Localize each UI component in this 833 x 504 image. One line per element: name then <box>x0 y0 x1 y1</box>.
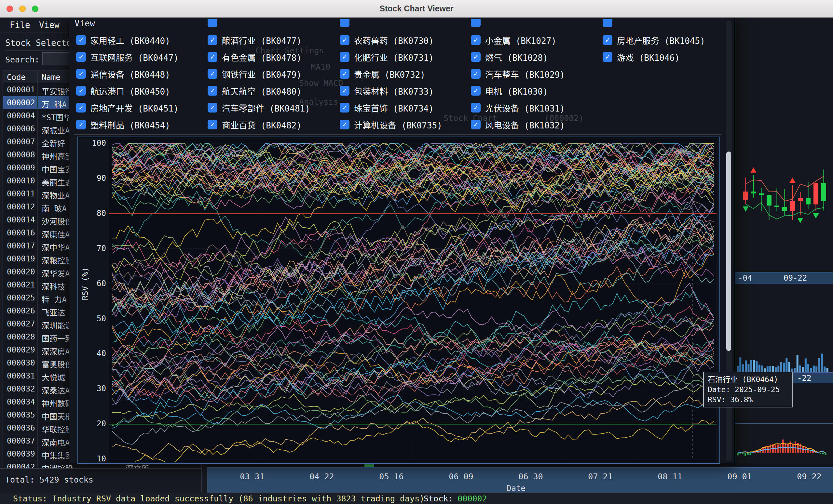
checkbox-checked-icon[interactable]: ✓ <box>76 120 86 129</box>
x-tick-label: 09-22 <box>784 274 807 282</box>
industry-checkbox-item[interactable]: ✓风电设备 (BK1032) <box>471 118 565 131</box>
column-header-name[interactable]: Name <box>42 73 61 82</box>
stock-name: 南 玻A <box>42 202 67 213</box>
checkbox-checked-icon[interactable]: ✓ <box>471 103 481 112</box>
checkbox-checked-icon[interactable]: ✓ <box>76 52 86 62</box>
checkbox-checked-icon[interactable]: ✓ <box>76 69 86 79</box>
stock-name: 深物业A <box>42 189 70 201</box>
volume-chart[interactable] <box>737 346 829 372</box>
industry-checkbox-item[interactable]: ✓家用轻工 (BK0440) <box>76 33 170 47</box>
stock-code: 000031 <box>7 371 35 380</box>
industry-checkbox-item[interactable]: ✓光伏设备 (BK1031) <box>471 101 565 114</box>
industry-checkbox-item[interactable]: ✓计算机设备 (BK0735) <box>340 118 442 131</box>
checkbox-checked-icon[interactable]: ✓ <box>208 52 217 62</box>
column-divider <box>38 408 38 421</box>
stock-name: 美丽生态 <box>42 176 73 187</box>
industry-checkbox-item[interactable]: ✓小金属 (BK1027) <box>471 33 556 47</box>
rsv-chart-container: RSV (%) 100908070605040302010 <box>77 136 720 464</box>
clipped-checkbox-icon[interactable] <box>340 19 350 27</box>
industry-checkbox-item[interactable]: ✓通信设备 (BK0448) <box>76 67 170 80</box>
search-input[interactable] <box>42 52 69 65</box>
column-divider <box>38 278 38 291</box>
stock-name: 神州高铁 <box>42 150 73 161</box>
stock-name: 中国宝安 <box>42 163 73 175</box>
industry-checkbox-item[interactable]: ✓电机 (BK1030) <box>471 84 548 97</box>
stock-code: 000004 <box>7 111 35 120</box>
menu-file[interactable]: File <box>10 20 30 30</box>
stock-name: 深振业A <box>42 124 70 135</box>
checkbox-checked-icon[interactable]: ✓ <box>471 52 481 62</box>
checkbox-checked-icon[interactable]: ✓ <box>208 69 217 79</box>
industry-checkbox-item[interactable]: ✓航运港口 (BK0450) <box>76 84 170 97</box>
stock-code: 000019 <box>7 254 35 263</box>
industry-checkbox-item[interactable]: ✓航天航空 (BK0480) <box>208 84 302 97</box>
column-divider <box>38 395 38 408</box>
industry-checkbox-item[interactable]: ✓塑料制品 (BK0454) <box>76 118 170 131</box>
y-tick-label: 30 <box>87 384 106 393</box>
clipped-checkbox-icon[interactable] <box>603 19 612 27</box>
checkbox-checked-icon[interactable]: ✓ <box>603 52 612 62</box>
industry-label: 航运港口 (BK0450) <box>91 85 170 97</box>
industry-checkbox-item[interactable]: ✓汽车整车 (BK1029) <box>471 67 565 80</box>
chart-tooltip: 石油行业 (BK0464) Date: 2025-09-25 RSV: 36.8… <box>703 372 793 407</box>
industry-checkbox-item[interactable]: ✓商业百货 (BK0482) <box>208 118 302 131</box>
checkbox-checked-icon[interactable]: ✓ <box>603 35 612 45</box>
checkbox-checked-icon[interactable]: ✓ <box>340 120 350 129</box>
industry-checkbox-item[interactable]: ✓房地产服务 (BK1045) <box>603 33 705 47</box>
checkbox-checked-icon[interactable]: ✓ <box>471 35 481 45</box>
search-label: Search: <box>5 55 39 65</box>
clipped-checkbox-icon[interactable] <box>471 19 481 27</box>
checkbox-checked-icon[interactable]: ✓ <box>340 52 350 62</box>
checkbox-checked-icon[interactable]: ✓ <box>340 86 350 96</box>
checkbox-checked-icon[interactable]: ✓ <box>76 35 86 45</box>
column-divider <box>38 434 38 447</box>
stock-name: 飞亚达 <box>42 306 65 318</box>
industry-checkbox-item[interactable]: ✓农药兽药 (BK0730) <box>340 33 434 47</box>
checkbox-checked-icon[interactable]: ✓ <box>208 120 217 129</box>
stock-name: 平安银行 <box>42 85 73 97</box>
industry-checkbox-item[interactable]: ✓房地产开发 (BK0451) <box>76 101 178 114</box>
industry-checkbox-item[interactable]: ✓汽车零部件 (BK0481) <box>208 101 310 114</box>
checkbox-checked-icon[interactable]: ✓ <box>340 35 350 45</box>
y-tick-label: 60 <box>87 279 106 288</box>
industry-checkbox-item[interactable]: ✓钢铁行业 (BK0479) <box>208 67 302 80</box>
tooltip-date: Date: 2025-09-25 <box>708 385 788 395</box>
timeline-scrollbar[interactable] <box>207 463 833 467</box>
tooltip-industry: 石油行业 (BK0464) <box>708 375 788 385</box>
checkbox-checked-icon[interactable]: ✓ <box>471 120 481 129</box>
column-header-code[interactable]: Code <box>7 73 26 82</box>
checkbox-checked-icon[interactable]: ✓ <box>340 69 350 79</box>
industry-checkbox-item[interactable]: ✓游戏 (BK1046) <box>603 50 680 64</box>
checkbox-checked-icon[interactable]: ✓ <box>208 86 217 96</box>
industry-checkbox-item[interactable]: ✓互联网服务 (BK0447) <box>76 50 178 64</box>
checkbox-checked-icon[interactable]: ✓ <box>471 86 481 96</box>
industry-checkbox-item[interactable]: ✓珠宝首饰 (BK0734) <box>340 101 434 114</box>
industry-checkbox-item[interactable]: ✓包装材料 (BK0733) <box>340 84 434 97</box>
checkbox-checked-icon[interactable]: ✓ <box>208 35 217 45</box>
stock-code: 000020 <box>7 267 35 276</box>
industry-checkbox-item[interactable]: ✓化肥行业 (BK0731) <box>340 50 434 64</box>
checkbox-checked-icon[interactable]: ✓ <box>76 103 86 112</box>
industry-checkbox-item[interactable]: ✓燃气 (BK1028) <box>471 50 548 64</box>
stock-code: 000042 <box>7 462 35 468</box>
timeline-scrollbar-thumb[interactable] <box>364 463 374 467</box>
stock-code: 000009 <box>7 163 35 172</box>
stock-code: 000029 <box>7 345 35 354</box>
clipped-checkbox-icon[interactable] <box>208 19 217 27</box>
rsv-chart-canvas[interactable] <box>109 139 716 462</box>
stock-code: 000008 <box>7 150 35 159</box>
stock-name: 华联控股 <box>42 423 73 435</box>
overlay-view-menu-label[interactable]: View <box>74 19 95 28</box>
overlay-scrollbar-thumb[interactable] <box>726 152 731 351</box>
checkbox-checked-icon[interactable]: ✓ <box>208 103 217 112</box>
stock-name: 深科技 <box>42 280 65 292</box>
industry-checkbox-item[interactable]: ✓有色金属 (BK0478) <box>208 50 302 64</box>
menu-view[interactable]: View <box>39 20 60 30</box>
candlestick-chart[interactable] <box>736 98 830 272</box>
macd-chart[interactable] <box>735 423 833 467</box>
checkbox-checked-icon[interactable]: ✓ <box>471 69 481 79</box>
checkbox-checked-icon[interactable]: ✓ <box>76 86 86 96</box>
industry-checkbox-item[interactable]: ✓贵金属 (BK0732) <box>340 67 425 80</box>
checkbox-checked-icon[interactable]: ✓ <box>340 103 350 112</box>
industry-checkbox-item[interactable]: ✓酿酒行业 (BK0477) <box>208 33 302 47</box>
